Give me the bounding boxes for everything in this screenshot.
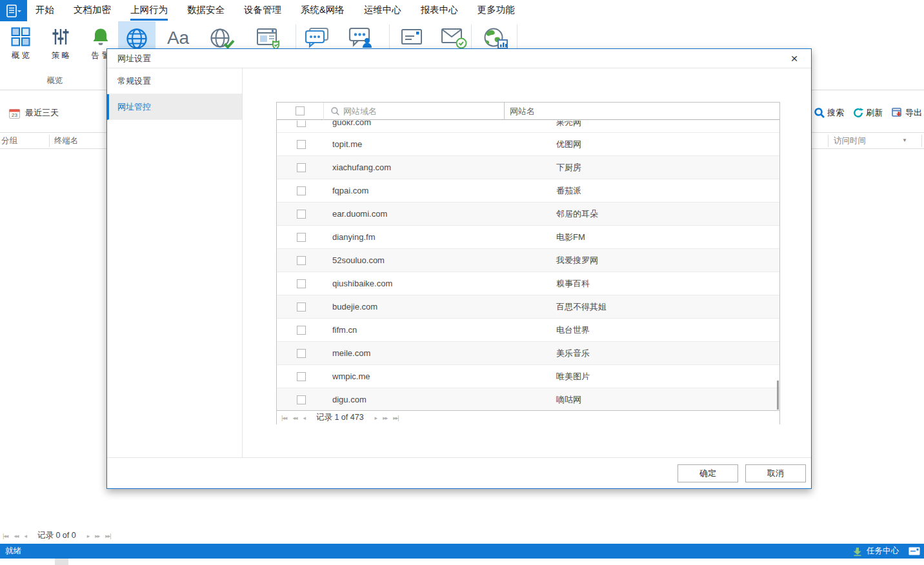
ribbon-button-policy-sliders[interactable]: 策 略 bbox=[44, 25, 77, 61]
last-page-icon[interactable]: ▸▸| bbox=[393, 415, 398, 421]
row-site-name: 我爱搜罗网 bbox=[556, 249, 598, 272]
table-row[interactable]: topit.me优图网 bbox=[277, 133, 779, 156]
row-checkbox[interactable] bbox=[297, 326, 306, 335]
row-checkbox[interactable] bbox=[297, 163, 306, 172]
close-icon[interactable]: × bbox=[787, 50, 802, 67]
cancel-button[interactable]: 取消 bbox=[745, 464, 806, 482]
column-terminal[interactable]: 终端名 bbox=[54, 133, 79, 148]
menu-tab-5[interactable]: 系统&网络 bbox=[301, 0, 345, 21]
table-row[interactable]: meile.com美乐音乐 bbox=[277, 342, 779, 365]
table-row[interactable]: qiushibaike.com糗事百科 bbox=[277, 272, 779, 295]
table-row[interactable]: ear.duomi.com邻居的耳朵 bbox=[277, 203, 779, 226]
row-site-name: 嘀咕网 bbox=[556, 388, 581, 411]
table-row[interactable]: digu.com嘀咕网 bbox=[277, 388, 779, 411]
site-name-column-header[interactable]: 网站名 bbox=[504, 103, 779, 120]
column-group[interactable]: 分组 bbox=[1, 133, 17, 148]
browser-shield-icon bbox=[256, 27, 282, 50]
menu-tab-3[interactable]: 数据安全 bbox=[187, 0, 225, 21]
mail-icon bbox=[400, 27, 425, 48]
menu-tab-7[interactable]: 报表中心 bbox=[421, 0, 458, 21]
fast-prev-page-icon[interactable]: ◂◂ bbox=[292, 415, 297, 421]
table-row[interactable]: budejie.com百思不得其姐 bbox=[277, 295, 779, 319]
table-row[interactable]: dianying.fm电影FM bbox=[277, 226, 779, 249]
table-row[interactable]: 52souluo.com我爱搜罗网 bbox=[277, 249, 779, 272]
ribbon-group-overview: 概 览策 略告 警 bbox=[4, 25, 117, 61]
fast-next-page-icon[interactable]: ▸▸ bbox=[95, 533, 99, 539]
row-checkbox[interactable] bbox=[297, 186, 306, 195]
message-icon[interactable] bbox=[909, 547, 920, 555]
row-checkbox[interactable] bbox=[297, 302, 306, 312]
dialog-nav-item-1[interactable]: 网址管控 bbox=[107, 94, 242, 120]
row-checkbox[interactable] bbox=[297, 210, 306, 219]
url-table-header: 网站名 bbox=[277, 103, 779, 120]
search-button[interactable]: 搜索 bbox=[814, 107, 844, 119]
row-checkbox[interactable] bbox=[297, 140, 306, 149]
chat-bubbles-icon bbox=[305, 27, 330, 49]
menu-tab-2[interactable]: 上网行为 bbox=[130, 0, 168, 21]
fast-prev-page-icon[interactable]: ◂◂ bbox=[14, 533, 18, 539]
last-page-icon[interactable]: ▸▸| bbox=[105, 533, 110, 539]
row-domain: ear.duomi.com bbox=[332, 203, 387, 226]
row-domain: fqpai.com bbox=[332, 179, 368, 203]
column-divider[interactable] bbox=[921, 135, 922, 147]
url-table: 网站名 guokr.com 果壳网 topit.me优图网xiachufang.… bbox=[276, 102, 780, 424]
table-row-partial[interactable]: guokr.com 果壳网 bbox=[277, 121, 779, 133]
menu-bar: 开始文档加密上网行为数据安全设备管理系统&网络运维中心报表中心更多功能 bbox=[0, 0, 924, 21]
row-checkbox[interactable] bbox=[297, 279, 306, 288]
row-checkbox[interactable] bbox=[297, 121, 306, 127]
ok-button[interactable]: 确定 bbox=[678, 464, 738, 482]
select-all-checkbox[interactable] bbox=[296, 106, 305, 115]
date-filter[interactable]: 23 最近三天 bbox=[9, 107, 59, 119]
row-checkbox[interactable] bbox=[297, 233, 306, 242]
row-site-name: 糗事百科 bbox=[556, 272, 590, 295]
column-divider[interactable] bbox=[828, 135, 829, 147]
column-dropdown-icon[interactable]: ▼ bbox=[902, 133, 907, 148]
fast-next-page-icon[interactable]: ▸▸ bbox=[383, 415, 387, 421]
menu-tab-0[interactable]: 开始 bbox=[35, 0, 54, 21]
url-settings-dialog: 网址设置 × 常规设置网址管控 网站名 bbox=[106, 48, 812, 489]
prev-page-icon[interactable]: ◂ bbox=[24, 533, 26, 539]
menu-tab-8[interactable]: 更多功能 bbox=[477, 0, 515, 21]
table-row[interactable]: wmpic.me唯美图片 bbox=[277, 365, 779, 388]
row-domain: guokr.com bbox=[332, 121, 371, 133]
row-checkbox[interactable] bbox=[297, 395, 306, 404]
dialog-footer: 确定 取消 bbox=[107, 457, 811, 488]
prev-page-icon[interactable]: ◂ bbox=[303, 415, 305, 421]
row-site-name: 百思不得其姐 bbox=[556, 295, 607, 319]
taskbar-item[interactable] bbox=[55, 559, 68, 565]
vertical-scrollbar-thumb[interactable] bbox=[777, 381, 779, 410]
next-page-icon[interactable]: ▸ bbox=[87, 533, 90, 539]
date-filter-label: 最近三天 bbox=[25, 107, 59, 119]
export-button[interactable]: 导出 bbox=[892, 107, 922, 119]
domain-search-input[interactable] bbox=[343, 106, 492, 116]
row-checkbox[interactable] bbox=[297, 256, 306, 265]
first-page-icon[interactable]: |◂◂ bbox=[3, 533, 8, 539]
pager-text: 记录 0 of 0 bbox=[37, 530, 76, 541]
globe-check-icon bbox=[210, 27, 234, 50]
refresh-button[interactable]: 刷新 bbox=[853, 107, 883, 119]
table-row[interactable]: fifm.cn电台世界 bbox=[277, 319, 779, 342]
row-domain: topit.me bbox=[332, 133, 362, 156]
first-page-icon[interactable]: |◂◂ bbox=[281, 415, 286, 421]
mail-shield-icon bbox=[441, 27, 468, 49]
table-row[interactable]: fqpai.com番茄派 bbox=[277, 179, 779, 203]
task-center-button[interactable]: 任务中心 bbox=[867, 546, 899, 557]
dialog-nav-item-0[interactable]: 常规设置 bbox=[107, 68, 242, 94]
table-row[interactable]: xiachufang.com下厨房 bbox=[277, 156, 779, 179]
row-checkbox[interactable] bbox=[297, 349, 306, 358]
menu-tab-4[interactable]: 设备管理 bbox=[244, 0, 281, 21]
menu-tab-1[interactable]: 文档加密 bbox=[74, 0, 111, 21]
row-site-name: 果壳网 bbox=[556, 121, 581, 133]
app-menu-button[interactable] bbox=[0, 0, 27, 21]
url-table-rows: guokr.com 果壳网 topit.me优图网xiachufang.com下… bbox=[277, 121, 779, 411]
ribbon-button-overview-grid[interactable]: 概 览 bbox=[4, 25, 37, 61]
pager-text: 记录 1 of 473 bbox=[316, 412, 364, 423]
column-divider[interactable] bbox=[49, 135, 50, 147]
row-domain: fifm.cn bbox=[332, 319, 357, 342]
next-page-icon[interactable]: ▸ bbox=[375, 415, 377, 421]
svg-text:23: 23 bbox=[12, 112, 17, 118]
menu-tab-6[interactable]: 运维中心 bbox=[364, 0, 401, 21]
row-checkbox[interactable] bbox=[297, 372, 306, 381]
globe-icon bbox=[125, 27, 148, 50]
column-visit-time[interactable]: 访问时间 bbox=[834, 133, 866, 148]
